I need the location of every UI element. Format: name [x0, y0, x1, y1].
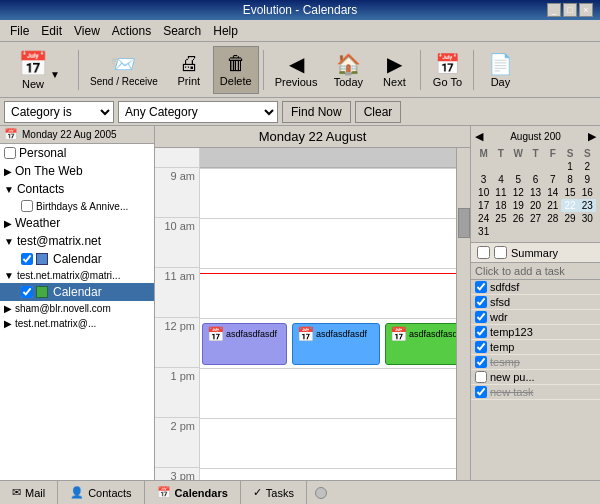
mini-cal-day-3-0[interactable]: 17 — [475, 199, 492, 212]
mini-cal-day-2-4[interactable]: 14 — [544, 186, 561, 199]
events-column[interactable]: 📅 asdfasdfasdf 📅 asdfasdfasdf 📅 — [200, 148, 456, 480]
nav-tasks[interactable]: ✓ Tasks — [241, 481, 307, 504]
task-item-t6[interactable]: tesmp — [471, 355, 600, 370]
test-net-matrix-label: test.net.matrix@matri... — [17, 270, 121, 281]
delete-button[interactable]: 🗑 Delete — [213, 46, 259, 94]
mini-cal-day-0-5[interactable]: 1 — [561, 160, 578, 173]
task-checkbox-t1[interactable] — [475, 281, 487, 293]
next-label: Next — [383, 76, 406, 88]
mini-cal-day-2-5[interactable]: 15 — [561, 186, 578, 199]
task-item-t1[interactable]: sdfdsf — [471, 280, 600, 295]
task-item-t5[interactable]: temp — [471, 340, 600, 355]
sidebar-item-sham[interactable]: ▶ sham@blr.novell.com — [0, 301, 154, 316]
nav-contacts[interactable]: 👤 Contacts — [58, 481, 144, 504]
sidebar-item-contacts[interactable]: ▼ Contacts — [0, 180, 154, 198]
task-checkbox-t7[interactable] — [475, 371, 487, 383]
mini-cal-day-5-0[interactable]: 31 — [475, 225, 492, 238]
mini-cal-day-3-6[interactable]: 23 — [579, 199, 596, 212]
sidebar-item-test-net-matrix2[interactable]: ▶ test.net.matrix@... — [0, 316, 154, 331]
mini-cal-day-4-5[interactable]: 29 — [561, 212, 578, 225]
mini-cal-day-4-3[interactable]: 27 — [527, 212, 544, 225]
event-2[interactable]: 📅 asdfasdfasdf — [292, 323, 380, 365]
mini-cal-day-1-1[interactable]: 4 — [492, 173, 509, 186]
menu-file[interactable]: File — [4, 23, 35, 39]
today-button[interactable]: 🏠 Today — [326, 46, 370, 94]
day-button[interactable]: 📄 Day — [478, 46, 522, 94]
menu-search[interactable]: Search — [157, 23, 207, 39]
add-task-area[interactable]: Click to add a task — [471, 263, 600, 280]
tasks-summary-checkbox2[interactable] — [494, 246, 507, 259]
goto-button[interactable]: 📅 Go To — [425, 46, 469, 94]
sidebar-item-test-matrix[interactable]: ▼ test@matrix.net — [0, 232, 154, 250]
mini-cal-day-2-1[interactable]: 11 — [492, 186, 509, 199]
mini-cal-day-4-6[interactable]: 30 — [579, 212, 596, 225]
next-button[interactable]: ▶ Next — [372, 46, 416, 94]
mini-cal-day-4-0[interactable]: 24 — [475, 212, 492, 225]
task-item-t2[interactable]: sfsd — [471, 295, 600, 310]
mini-cal-day-1-0[interactable]: 3 — [475, 173, 492, 186]
menu-help[interactable]: Help — [207, 23, 244, 39]
mini-cal-day-4-1[interactable]: 25 — [492, 212, 509, 225]
sidebar-item-weather[interactable]: ▶ Weather — [0, 214, 154, 232]
menu-actions[interactable]: Actions — [106, 23, 157, 39]
task-checkbox-t5[interactable] — [475, 341, 487, 353]
mini-cal-day-3-1[interactable]: 18 — [492, 199, 509, 212]
mini-cal-day-4-4[interactable]: 28 — [544, 212, 561, 225]
previous-button[interactable]: ◀ Previous — [268, 46, 325, 94]
menu-view[interactable]: View — [68, 23, 106, 39]
task-checkbox-t3[interactable] — [475, 311, 487, 323]
mini-cal-day-3-2[interactable]: 19 — [510, 199, 527, 212]
sidebar-item-birthdays[interactable]: Birthdays & Annive... — [0, 198, 154, 214]
event-3[interactable]: 📅 asdfasdfasdf — [385, 323, 456, 365]
send-receive-button[interactable]: 📨 Send / Receive — [83, 46, 165, 94]
task-checkbox-t2[interactable] — [475, 296, 487, 308]
close-btn[interactable]: × — [579, 3, 593, 17]
task-item-t8[interactable]: new task — [471, 385, 600, 400]
event-1[interactable]: 📅 asdfasdfasdf — [202, 323, 287, 365]
task-item-t4[interactable]: temp123 — [471, 325, 600, 340]
nav-mail[interactable]: ✉ Mail — [0, 481, 58, 504]
scroll-indicator[interactable] — [456, 148, 470, 480]
mini-cal-next[interactable]: ▶ — [588, 130, 596, 143]
task-checkbox-t8[interactable] — [475, 386, 487, 398]
mini-cal-day-1-4[interactable]: 7 — [544, 173, 561, 186]
mini-cal-day-1-6[interactable]: 9 — [579, 173, 596, 186]
task-item-t3[interactable]: wdr — [471, 310, 600, 325]
print-button[interactable]: 🖨 Print — [167, 46, 211, 94]
any-category-select[interactable]: Any Category — [118, 101, 278, 123]
minimize-btn[interactable]: _ — [547, 3, 561, 17]
mini-cal-day-3-4[interactable]: 21 — [544, 199, 561, 212]
mini-cal-day-3-3[interactable]: 20 — [527, 199, 544, 212]
mini-cal-day-2-0[interactable]: 10 — [475, 186, 492, 199]
task-checkbox-t6[interactable] — [475, 356, 487, 368]
mini-cal-day-0-6[interactable]: 2 — [579, 160, 596, 173]
sidebar-item-test-net-matrix[interactable]: ▼ test.net.matrix@matri... — [0, 268, 154, 283]
sidebar-item-personal[interactable]: Personal — [0, 144, 154, 162]
nav-calendars[interactable]: 📅 Calendars — [145, 481, 241, 504]
category-is-select[interactable]: Category is — [4, 101, 114, 123]
sidebar-item-calendar-blue[interactable]: Calendar — [0, 250, 154, 268]
task-item-t7[interactable]: new pu... — [471, 370, 600, 385]
mini-cal-day-1-3[interactable]: 6 — [527, 173, 544, 186]
task-checkbox-t4[interactable] — [475, 326, 487, 338]
mini-cal-prev[interactable]: ◀ — [475, 130, 483, 143]
mini-cal-day-1-2[interactable]: 5 — [510, 173, 527, 186]
mini-cal-day-2-2[interactable]: 12 — [510, 186, 527, 199]
sidebar-item-on-the-web[interactable]: ▶ On The Web — [0, 162, 154, 180]
mini-cal-day-1-5[interactable]: 8 — [561, 173, 578, 186]
mini-cal-day-3-5[interactable]: 22 — [561, 199, 578, 212]
clear-button[interactable]: Clear — [355, 101, 402, 123]
window-controls[interactable]: _ □ × — [547, 3, 593, 17]
maximize-btn[interactable]: □ — [563, 3, 577, 17]
mini-cal-day-2-3[interactable]: 13 — [527, 186, 544, 199]
mini-cal-day-4-2[interactable]: 26 — [510, 212, 527, 225]
tasks-summary-checkbox[interactable] — [477, 246, 490, 259]
find-now-button[interactable]: Find Now — [282, 101, 351, 123]
mail-label: Mail — [25, 487, 45, 499]
menu-edit[interactable]: Edit — [35, 23, 68, 39]
mini-cal-day-2-6[interactable]: 16 — [579, 186, 596, 199]
new-button[interactable]: 📅 New ▼ — [4, 46, 74, 94]
expand-icon-tm: ▼ — [4, 236, 14, 247]
sidebar-item-calendar-green[interactable]: Calendar — [0, 283, 154, 301]
personal-label: Personal — [19, 146, 66, 160]
